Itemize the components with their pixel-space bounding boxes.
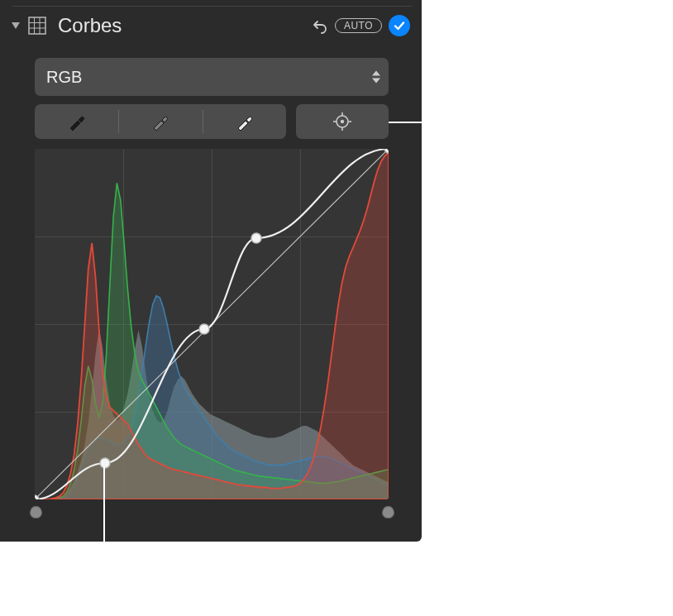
add-point-button[interactable] <box>296 104 389 139</box>
curves-svg <box>35 149 389 499</box>
svg-point-6 <box>341 120 344 123</box>
undo-icon[interactable] <box>310 17 328 35</box>
panel-divider <box>12 0 413 7</box>
svg-rect-0 <box>29 17 45 34</box>
curves-panel: Corbes AUTO RGB <box>0 0 422 542</box>
channel-label: RGB <box>46 68 82 87</box>
auto-button[interactable]: AUTO <box>335 18 382 33</box>
svg-point-13 <box>199 324 209 334</box>
black-point-slider[interactable] <box>30 506 42 518</box>
section-header: Corbes AUTO <box>12 12 410 40</box>
white-point-eyedropper[interactable] <box>203 104 286 139</box>
curves-histogram[interactable] <box>35 149 389 499</box>
svg-point-14 <box>251 233 261 243</box>
curves-grid-icon <box>26 15 48 36</box>
eyedropper-toolbar <box>35 104 389 139</box>
black-point-eyedropper[interactable] <box>35 104 118 139</box>
white-point-slider[interactable] <box>382 506 394 518</box>
eyedropper-group <box>35 104 286 139</box>
disclosure-triangle-icon[interactable] <box>12 22 20 29</box>
svg-point-12 <box>100 458 110 468</box>
section-title: Corbes <box>58 14 122 37</box>
callout-leader <box>103 467 105 573</box>
enabled-checkmark-icon[interactable] <box>389 15 410 36</box>
stepper-arrows-icon <box>370 71 382 84</box>
gray-point-eyedropper[interactable] <box>118 104 202 139</box>
callout-leader <box>389 122 442 123</box>
channel-popup[interactable]: RGB <box>35 58 389 96</box>
